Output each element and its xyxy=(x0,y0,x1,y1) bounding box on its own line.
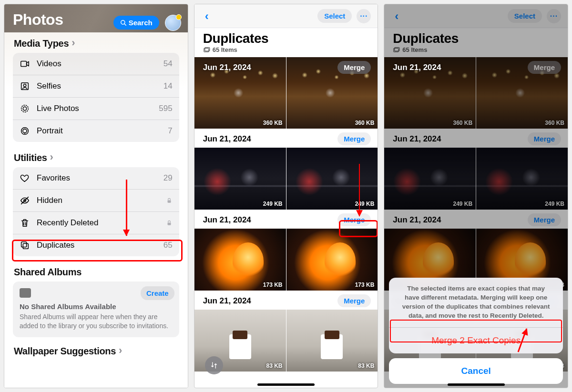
group-header: Jun 21, 2024 Merge xyxy=(194,291,378,310)
row-count: 595 xyxy=(159,104,172,113)
svg-rect-13 xyxy=(23,243,28,249)
row-label: Favorites xyxy=(37,173,157,183)
pane-duplicates-list: ‹ Select ··· Duplicates 65 Items Jun 21,… xyxy=(194,4,378,388)
row-label: Selfies xyxy=(37,81,157,91)
portrait-icon xyxy=(20,126,30,136)
file-size: 173 KB xyxy=(355,281,375,288)
merge-button[interactable]: Merge xyxy=(337,294,371,307)
row-label: Videos xyxy=(37,59,157,69)
section-shared-albums: Shared Albums xyxy=(14,267,179,278)
chevron-right-icon xyxy=(50,152,53,163)
svg-point-6 xyxy=(21,105,29,112)
eye-slash-icon xyxy=(20,195,30,206)
row-label: Recently Deleted xyxy=(37,218,159,228)
merge-button[interactable]: Merge xyxy=(337,61,371,74)
file-size: 83 KB xyxy=(358,362,374,369)
camera-stack-icon xyxy=(203,47,210,53)
duplicates-title: Duplicates xyxy=(203,31,369,46)
utilities-list: Favorites29 Hidden Recently Deleted Dupl… xyxy=(13,167,179,256)
heart-icon xyxy=(20,173,30,183)
utilities-row-duplicates[interactable]: Duplicates65 xyxy=(13,234,179,256)
pane-duplicates-merge-sheet: ‹ Select ··· Duplicates 65 Items Jun 21,… xyxy=(384,4,568,388)
duplicate-group: Jun 21, 2024 Merge 249 KB 249 KB xyxy=(194,129,378,210)
duplicate-group: Jun 21, 2024 Merge 360 KB 360 KB xyxy=(194,57,378,129)
utilities-row-hidden[interactable]: Hidden xyxy=(13,190,179,212)
group-date: Jun 21, 2024 xyxy=(203,63,251,72)
merge-button[interactable]: Merge xyxy=(337,132,371,145)
chevron-right-icon xyxy=(119,346,122,357)
row-count: 14 xyxy=(163,81,173,91)
chevron-right-icon xyxy=(72,38,75,49)
duplicates-count-text: 65 Items xyxy=(213,46,237,53)
annotation-arrow xyxy=(359,164,360,216)
search-icon xyxy=(120,20,127,26)
row-label: Hidden xyxy=(37,196,159,205)
livephoto-icon xyxy=(20,103,30,114)
cancel-button[interactable]: Cancel xyxy=(389,358,563,384)
merge-button[interactable]: Merge xyxy=(337,213,371,226)
utilities-row-favorites[interactable]: Favorites29 xyxy=(13,167,179,190)
row-count: 7 xyxy=(168,126,172,136)
annotation-arrow xyxy=(126,180,127,236)
group-header: Jun 21, 2024 Merge xyxy=(384,57,568,76)
file-size: 173 KB xyxy=(263,281,283,288)
media-types-row-videos[interactable]: Videos 54 xyxy=(13,53,179,75)
media-types-row-selfies[interactable]: Selfies 14 xyxy=(13,75,179,98)
pane-photos-library: Photos Search Media Types Videos 54 Self… xyxy=(4,4,188,388)
group-thumbs: 249 KB 249 KB xyxy=(194,148,378,210)
thumbnail[interactable]: 249 KB xyxy=(194,148,286,210)
row-label: Portrait xyxy=(37,126,161,136)
section-shared-albums-label: Shared Albums xyxy=(14,267,82,278)
more-button[interactable]: ··· xyxy=(357,9,371,23)
file-size: 83 KB xyxy=(266,362,283,369)
row-count: 29 xyxy=(163,173,173,183)
search-label: Search xyxy=(129,19,153,27)
shared-albums-empty-card: Create No Shared Albums Available Shared… xyxy=(13,281,179,337)
selfie-icon xyxy=(20,81,30,91)
back-button[interactable]: ‹ xyxy=(201,9,213,24)
media-types-row-portrait[interactable]: Portrait 7 xyxy=(13,120,179,142)
group-header: Jun 21, 2024 Merge xyxy=(194,57,378,76)
thumbnail[interactable]: 173 KB xyxy=(286,229,378,291)
section-media-types[interactable]: Media Types xyxy=(14,38,179,49)
thumbnail[interactable]: 83 KB xyxy=(286,310,378,372)
create-shared-album-button[interactable]: Create xyxy=(141,286,174,300)
annotation-highlight-merge-copies xyxy=(390,320,562,342)
group-date: Jun 21, 2024 xyxy=(203,296,251,306)
shared-empty-desc: Shared Albums will appear here when they… xyxy=(20,312,173,331)
group-thumbs: 173 KB 173 KB xyxy=(194,229,378,291)
group-date: Jun 21, 2024 xyxy=(203,215,251,225)
section-utilities[interactable]: Utilities xyxy=(14,152,179,163)
home-indicator xyxy=(448,383,505,386)
lock-icon xyxy=(166,220,173,226)
section-utilities-label: Utilities xyxy=(14,152,47,163)
svg-rect-2 xyxy=(21,61,27,67)
photos-header: Photos Search xyxy=(4,4,188,32)
utilities-row-recently-deleted[interactable]: Recently Deleted xyxy=(13,212,179,234)
duplicates-scroll[interactable]: Jun 21, 2024 Merge 360 KB 360 KB Jun 21,… xyxy=(194,57,378,388)
row-count: 65 xyxy=(163,241,173,250)
home-indicator xyxy=(257,383,315,386)
svg-point-4 xyxy=(23,84,26,87)
row-label: Duplicates xyxy=(37,241,157,250)
file-size: 249 KB xyxy=(355,201,375,207)
lock-icon xyxy=(166,197,173,204)
sort-button[interactable] xyxy=(205,356,223,374)
video-icon xyxy=(20,59,30,69)
thumbnail[interactable]: 249 KB xyxy=(286,148,378,210)
group-header: Jun 21, 2024 Merge xyxy=(194,210,378,229)
duplicates-header: Duplicates 65 Items xyxy=(194,28,378,57)
action-sheet: The selected items are exact copies that… xyxy=(389,278,563,384)
albums-stack-icon xyxy=(20,288,31,298)
section-wallpaper-suggestions[interactable]: Wallpaper Suggestions xyxy=(14,346,179,357)
select-button[interactable]: Select xyxy=(317,9,352,23)
search-button[interactable]: Search xyxy=(113,16,159,30)
profile-avatar[interactable] xyxy=(165,15,181,31)
thumbnail[interactable]: 173 KB xyxy=(194,229,286,291)
group-header: Jun 21, 2024 Merge xyxy=(194,129,378,148)
merge-button[interactable]: Merge xyxy=(528,61,561,74)
row-label: Live Photos xyxy=(37,104,152,113)
file-size: 360 KB xyxy=(263,120,283,126)
file-size: 360 KB xyxy=(355,120,375,126)
media-types-row-live-photos[interactable]: Live Photos 595 xyxy=(13,98,179,120)
